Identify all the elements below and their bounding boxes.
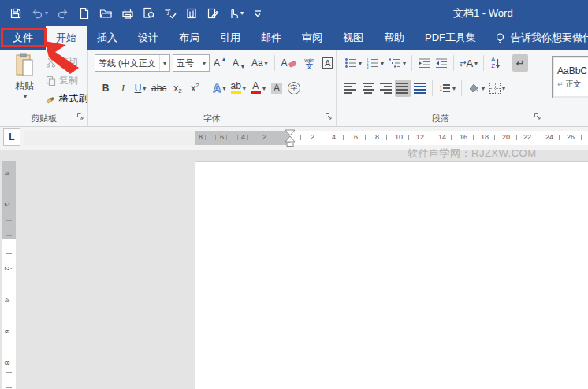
align-left-button[interactable] xyxy=(343,80,359,97)
tab-layout[interactable]: 布局 xyxy=(169,26,210,50)
ruler-number: 2 xyxy=(309,133,316,141)
grow-font-label: A xyxy=(214,57,220,69)
bullets-dropdown-icon[interactable]: ▾ xyxy=(359,60,362,67)
multilevel-dropdown-icon[interactable]: ▾ xyxy=(403,60,406,67)
tell-me-box[interactable]: 告诉我你想要做什么 xyxy=(494,26,588,50)
font-group: 等线 (中文正文▾ 五号▾ A▲ A▼ Aa▾ A wén 文 A xyxy=(88,50,337,126)
grow-font-button[interactable]: A▲ xyxy=(212,54,229,72)
touch-mouse-mode-icon[interactable]: ▾ xyxy=(228,5,244,22)
attachment-icon[interactable] xyxy=(185,5,198,22)
undo-dropdown-icon[interactable]: ▾ xyxy=(45,9,48,17)
numbering-dropdown-icon[interactable]: ▾ xyxy=(381,60,384,67)
numbering-button[interactable]: 123 ▾ xyxy=(365,54,385,72)
text-effects-button[interactable]: A▾ xyxy=(211,80,227,97)
print-icon[interactable] xyxy=(121,5,134,22)
new-document-icon[interactable] xyxy=(78,5,91,22)
distribute-button[interactable] xyxy=(412,80,428,97)
strikethrough-button[interactable]: abc xyxy=(150,80,168,97)
align-right-button[interactable] xyxy=(378,80,393,97)
font-size-combo[interactable]: 五号▾ xyxy=(173,54,210,72)
enclose-characters-button[interactable]: 字 xyxy=(286,80,302,97)
open-icon[interactable] xyxy=(99,5,113,22)
paste-dropdown-icon[interactable]: ▾ xyxy=(24,93,27,100)
superscript-button[interactable]: x2 xyxy=(187,80,203,97)
font-name-dropdown-icon[interactable]: ▾ xyxy=(159,55,169,71)
bold-button[interactable]: B xyxy=(98,80,114,97)
borders-dropdown-icon[interactable]: ▾ xyxy=(502,85,505,92)
tab-insert[interactable]: 插入 xyxy=(87,26,128,50)
edit-document-icon[interactable] xyxy=(207,5,219,22)
justify-button[interactable] xyxy=(395,80,411,97)
clear-formatting-button[interactable]: A xyxy=(280,54,300,72)
ruler-number: 4 xyxy=(240,133,247,141)
line-spacing-button[interactable]: ↕ ▾ xyxy=(437,80,457,97)
text-highlight-button[interactable]: ab ▾ xyxy=(229,80,247,97)
touch-mode-dropdown-icon[interactable]: ▾ xyxy=(240,9,244,17)
format-painter-button[interactable]: 格式刷 xyxy=(46,91,87,106)
italic-button[interactable]: I xyxy=(115,80,131,97)
font-size-dropdown-icon[interactable]: ▾ xyxy=(199,55,209,71)
character-scaling-button[interactable]: ⇄ A ▾ xyxy=(458,54,479,72)
borders-button[interactable]: ▾ xyxy=(488,80,507,97)
underline-button[interactable]: U▾ xyxy=(132,80,148,97)
bullets-button[interactable]: ▾ xyxy=(343,54,363,72)
highlight-dropdown-icon[interactable]: ▾ xyxy=(243,85,246,92)
align-center-button[interactable] xyxy=(360,80,376,97)
line-spacing-dropdown-icon[interactable]: ▾ xyxy=(452,85,456,92)
multilevel-list-button[interactable]: ▾ xyxy=(387,54,408,72)
decrease-indent-button[interactable] xyxy=(416,54,432,72)
print-preview-icon[interactable] xyxy=(143,5,155,22)
font-color-button[interactable]: A ▾ xyxy=(249,80,267,97)
tab-design[interactable]: 设计 xyxy=(128,26,169,50)
shrink-caret-icon: ▼ xyxy=(240,63,246,70)
phonetic-guide-button[interactable]: wén 文 xyxy=(302,54,318,72)
shrink-font-button[interactable]: A▼ xyxy=(231,54,247,72)
tab-help[interactable]: 帮助 xyxy=(374,26,415,50)
sort-button[interactable]: AZ xyxy=(488,54,504,72)
paste-button[interactable]: 粘贴 ▾ xyxy=(6,53,43,113)
paragraph-dialog-launcher-icon[interactable] xyxy=(534,109,541,124)
ruler-margin-segment: 8 6 4 2 xyxy=(195,131,290,145)
shading-dropdown-icon[interactable]: ▾ xyxy=(482,85,485,92)
indent-markers[interactable] xyxy=(284,129,296,148)
character-border-button[interactable]: A xyxy=(320,54,336,72)
redo-icon[interactable] xyxy=(57,5,69,22)
change-case-button[interactable]: Aa▾ xyxy=(250,54,270,72)
tab-file[interactable]: 文件 xyxy=(0,26,46,50)
cut-button[interactable]: 剪切 xyxy=(46,54,87,70)
character-shading-button[interactable]: A xyxy=(269,80,285,97)
tab-stop-selector[interactable]: L xyxy=(3,128,20,146)
divider xyxy=(432,80,433,96)
shading-button[interactable]: ▾ xyxy=(466,80,486,97)
font-name-combo[interactable]: 等线 (中文正文▾ xyxy=(95,54,170,72)
vertical-ruler: 4 2 2 4 6 8 xyxy=(2,150,16,389)
font-color-dropdown-icon[interactable]: ▾ xyxy=(262,85,266,92)
tab-view[interactable]: 视图 xyxy=(333,26,374,50)
tab-mailings[interactable]: 邮件 xyxy=(251,26,292,50)
word-window: ▾ 字 xyxy=(0,0,588,389)
tab-pdf-tools[interactable]: PDF工具集 xyxy=(415,26,486,50)
title-bar: ▾ 字 xyxy=(0,0,588,26)
undo-icon[interactable]: ▾ xyxy=(31,5,48,22)
copy-button[interactable]: 复制 xyxy=(46,72,87,88)
tab-home[interactable]: 开始 xyxy=(46,26,87,50)
tab-review[interactable]: 审阅 xyxy=(292,26,333,50)
text-effects-dropdown-icon[interactable]: ▾ xyxy=(222,85,225,92)
show-hide-marks-button[interactable]: ↵ xyxy=(512,54,528,72)
style-normal-item[interactable]: AaBbC ↵ 正文 xyxy=(552,56,588,98)
save-icon[interactable] xyxy=(9,5,22,22)
spelling-grammar-icon[interactable]: 字 xyxy=(164,5,177,22)
character-border-label: A xyxy=(322,57,333,69)
scaling-dropdown-icon[interactable]: ▾ xyxy=(474,60,478,67)
multilevel-list-icon xyxy=(389,57,401,69)
grow-caret-icon: ▲ xyxy=(221,56,227,63)
increase-indent-button[interactable] xyxy=(434,54,449,72)
tab-references[interactable]: 引用 xyxy=(210,26,251,50)
document-page[interactable] xyxy=(195,161,588,389)
clipboard-dialog-launcher-icon[interactable] xyxy=(76,109,84,124)
font-dialog-launcher-icon[interactable] xyxy=(325,109,333,124)
underline-dropdown-icon[interactable]: ▾ xyxy=(143,85,146,92)
ruler-number: 6 xyxy=(3,329,11,333)
subscript-button[interactable]: x2 xyxy=(169,80,185,97)
customize-qat-icon[interactable] xyxy=(252,5,263,22)
